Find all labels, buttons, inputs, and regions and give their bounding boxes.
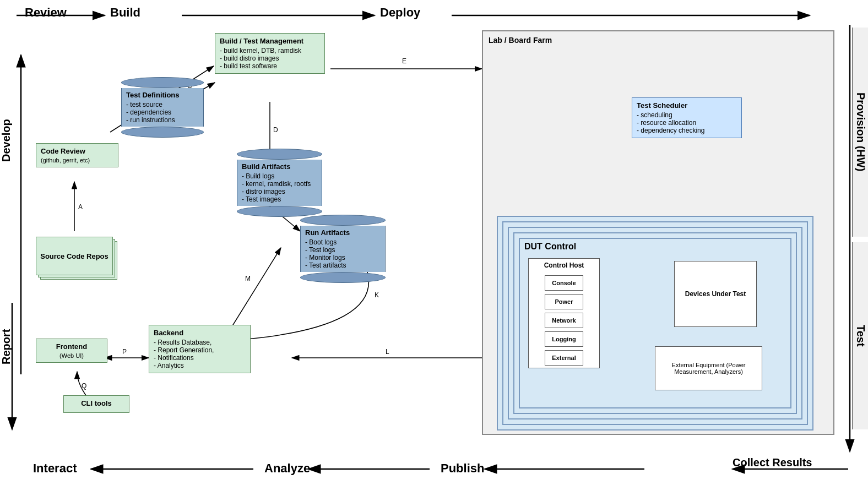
cylinder-top-build-art bbox=[237, 149, 322, 160]
btm-line1: - build kernel, DTB, ramdisk bbox=[220, 47, 320, 55]
cylinder-bottom-run-art bbox=[300, 272, 386, 283]
test-def-line2: - dependencies bbox=[126, 108, 199, 116]
build-artifacts-title: Build Artifacts bbox=[242, 162, 317, 171]
svg-text:K: K bbox=[375, 291, 379, 299]
dut-control-region: DUT Control Control Host Console Power N… bbox=[519, 238, 791, 408]
svg-text:M: M bbox=[245, 275, 251, 282]
interact-label: Interact bbox=[33, 461, 77, 476]
devices-under-test-box: Devices Under Test bbox=[674, 261, 757, 327]
cli-tools-box: CLI tools bbox=[63, 395, 129, 413]
provision-hw-label: Provision (HW) bbox=[852, 28, 868, 237]
cylinder-bottom-test-def bbox=[121, 127, 204, 138]
be-line3: - Notifications bbox=[154, 354, 246, 362]
cli-tools-title: CLI tools bbox=[68, 399, 124, 407]
console-btn: Console bbox=[545, 275, 583, 291]
ts-line3: - dependency checking bbox=[637, 127, 737, 134]
svg-text:L: L bbox=[386, 348, 389, 356]
build-test-mgmt-box: Build / Test Management - build kernel, … bbox=[215, 33, 325, 74]
run-artifacts-body: Run Artifacts - Boot logs - Test logs - … bbox=[300, 226, 386, 272]
svg-text:A: A bbox=[78, 203, 83, 211]
svg-text:P: P bbox=[122, 348, 127, 356]
ba-line2: - kernel, ramdisk, rootfs bbox=[242, 180, 317, 188]
analyze-label: Analyze bbox=[264, 461, 310, 476]
test-label-side: Test bbox=[852, 242, 868, 429]
build-artifacts-cylinder: Build Artifacts - Build logs - kernel, r… bbox=[237, 149, 322, 217]
code-review-title: Code Review bbox=[41, 147, 113, 155]
ba-line3: - distro images bbox=[242, 188, 317, 195]
ba-line1: - Build logs bbox=[242, 172, 317, 180]
ra-line3: - Monitor logs bbox=[305, 254, 381, 261]
report-label-side: Report bbox=[0, 275, 13, 418]
external-equipment-label: External Equipment (Power Measurement, A… bbox=[658, 362, 759, 375]
test-def-line1: - test source bbox=[126, 101, 199, 108]
ts-line1: - scheduling bbox=[637, 111, 737, 119]
dut-control-label: DUT Control bbox=[524, 242, 576, 252]
build-artifacts-body: Build Artifacts - Build logs - kernel, r… bbox=[237, 160, 322, 206]
svg-text:E: E bbox=[402, 57, 406, 65]
build-label: Build bbox=[110, 6, 140, 20]
logging-btn: Logging bbox=[545, 331, 583, 347]
ra-line4: - Test artifacts bbox=[305, 261, 381, 269]
build-test-mgmt-title: Build / Test Management bbox=[220, 37, 320, 45]
btm-line2: - build distro images bbox=[220, 55, 320, 62]
lab-board-farm-label: Lab / Board Farm bbox=[489, 36, 552, 45]
ra-line2: - Test logs bbox=[305, 246, 381, 254]
control-host-box: Control Host Console Power Network Loggi… bbox=[528, 258, 600, 368]
test-scheduler-box: Test Scheduler - scheduling - resource a… bbox=[632, 97, 742, 138]
ba-line4: - Test images bbox=[242, 195, 317, 203]
develop-label-side: Develop bbox=[0, 44, 13, 237]
test-definitions-title: Test Definitions bbox=[126, 91, 199, 99]
ra-line1: - Boot logs bbox=[305, 238, 381, 246]
test-scheduler-title: Test Scheduler bbox=[637, 101, 737, 110]
external-btn: External bbox=[545, 350, 583, 366]
source-code-repos-title: Source Code Repos bbox=[40, 252, 109, 260]
frontend-title: Frontend bbox=[41, 342, 102, 351]
ts-line2: - resource allocation bbox=[637, 119, 737, 127]
svg-line-34 bbox=[231, 248, 281, 328]
test-def-line3: - run instructions bbox=[126, 116, 199, 124]
svg-text:Q: Q bbox=[82, 382, 86, 390]
external-equipment-box: External Equipment (Power Measurement, A… bbox=[655, 346, 762, 390]
run-artifacts-cylinder: Run Artifacts - Boot logs - Test logs - … bbox=[300, 215, 386, 283]
publish-label: Publish bbox=[441, 461, 484, 476]
test-definitions-cylinder: Test Definitions - test source - depende… bbox=[121, 77, 204, 138]
network-btn: Network bbox=[545, 313, 583, 328]
btm-line3: - build test software bbox=[220, 62, 320, 70]
diagram-container: A B C D E F G H J K L M bbox=[0, 0, 868, 485]
review-label: Review bbox=[25, 6, 67, 20]
test-definitions-body: Test Definitions - test source - depende… bbox=[121, 88, 204, 127]
control-host-label: Control Host bbox=[544, 261, 584, 269]
deploy-label: Deploy bbox=[380, 6, 420, 20]
frontend-subtitle: (Web UI) bbox=[41, 352, 102, 359]
code-review-subtitle: (github, gerrit, etc) bbox=[41, 157, 113, 164]
svg-text:D: D bbox=[273, 126, 278, 134]
devices-under-test-label: Devices Under Test bbox=[685, 290, 746, 298]
power-btn: Power bbox=[545, 294, 583, 309]
frontend-box: Frontend (Web UI) bbox=[36, 339, 107, 363]
cylinder-top-run-art bbox=[300, 215, 386, 226]
run-artifacts-title: Run Artifacts bbox=[305, 228, 381, 237]
code-review-box: Code Review (github, gerrit, etc) bbox=[36, 143, 118, 167]
backend-box: Backend - Results Database, - Report Gen… bbox=[149, 325, 251, 373]
lab-board-farm-region: Lab / Board Farm Test Scheduler - schedu… bbox=[482, 30, 834, 435]
backend-title: Backend bbox=[154, 329, 246, 337]
be-line4: - Analytics bbox=[154, 362, 246, 369]
be-line2: - Report Generation, bbox=[154, 346, 246, 354]
be-line1: - Results Database, bbox=[154, 339, 246, 346]
collect-results-label: Collect Results bbox=[733, 456, 812, 469]
cylinder-top-test-def bbox=[121, 77, 204, 88]
